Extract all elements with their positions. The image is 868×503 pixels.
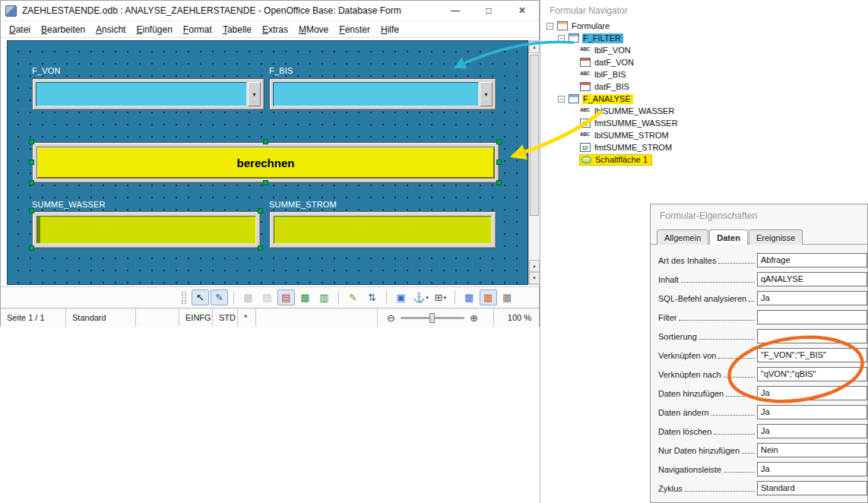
menu-item-hilfe[interactable]: Hilfe <box>375 23 404 36</box>
field-summe-wasser-frame[interactable] <box>32 211 261 248</box>
toolbar-drag-handle[interactable] <box>182 292 186 304</box>
menu-item-datei[interactable]: Datei <box>4 23 36 36</box>
prop-field-filter[interactable] <box>757 310 867 324</box>
field-label-f-bis[interactable]: F_BIS <box>269 66 293 75</box>
tab-daten[interactable]: Daten <box>709 229 748 245</box>
menu-item-bearbeiten[interactable]: Bearbeiten <box>36 23 90 36</box>
prop-field-sql-befehl-analysieren[interactable]: Ja <box>757 291 867 305</box>
berechnen-button-frame[interactable]: berechnen <box>32 142 499 183</box>
selection-handle[interactable] <box>258 245 263 251</box>
snap-grid-icon[interactable]: ▦ <box>480 289 497 305</box>
design-mode-icon[interactable]: ✎ <box>211 289 228 305</box>
tree-item-fmtsumme-wasser[interactable]: fmtSUMME_WASSER <box>540 117 868 129</box>
scrollbar-track[interactable] <box>529 53 540 260</box>
prop-field-daten-ndern[interactable]: Ja <box>757 405 867 419</box>
scroll-up-icon[interactable] <box>529 260 540 272</box>
selection-handle[interactable] <box>29 180 34 185</box>
tab-order-icon[interactable]: ✎ <box>344 289 362 305</box>
expand-toggle-icon[interactable] <box>558 96 565 103</box>
form-properties-icon[interactable]: ▤ <box>277 289 295 305</box>
field-label-summe-wasser[interactable]: SUMME_WASSER <box>32 200 106 209</box>
prop-field-navigationsleiste[interactable]: Ja <box>757 462 867 476</box>
selection-handle[interactable] <box>29 160 34 165</box>
tree-item-formulare[interactable]: Formulare <box>540 20 868 32</box>
zoom-out-icon[interactable] <box>387 313 395 323</box>
field-summe-wasser[interactable] <box>36 216 256 244</box>
tab-ereignisse[interactable]: Ereignisse <box>749 229 803 245</box>
tree-item-lblsumme-strom[interactable]: lblSUMME_STROM <box>540 129 868 141</box>
selection-handle[interactable] <box>263 180 268 185</box>
prop-field-daten-hinzuf-gen[interactable]: Ja <box>757 386 867 400</box>
tree-item-schaltfl-che-1[interactable]: Schaltfläche 1 <box>540 153 868 166</box>
menu-item-fenster[interactable]: Fenster <box>334 23 375 36</box>
activation-order-icon[interactable]: ⇅ <box>363 289 381 305</box>
combo-f-von[interactable] <box>32 78 265 110</box>
prop-field-zyklus[interactable]: Standard <box>757 481 867 495</box>
berechnen-button[interactable]: berechnen <box>37 147 494 178</box>
selection-handle[interactable] <box>496 139 502 144</box>
scroll-down-icon[interactable] <box>529 272 540 284</box>
select-icon[interactable]: ↖ <box>192 289 209 305</box>
form-design-area[interactable]: F_VON F_BIS berechnen S <box>7 40 528 285</box>
control-properties-icon[interactable]: ▦ <box>296 289 314 305</box>
anchor-icon[interactable]: ⚓ <box>411 289 430 305</box>
tab-allgemein[interactable]: Allgemein <box>657 229 708 245</box>
selection-handle[interactable] <box>29 245 34 251</box>
zoom-percentage[interactable]: 100 % <box>493 308 539 327</box>
scroll-up-icon[interactable] <box>529 41 540 53</box>
expand-toggle-icon[interactable] <box>546 23 553 30</box>
combo-f-von-value[interactable] <box>36 82 247 106</box>
field-label-summe-strom[interactable]: SUMME_STROM <box>269 200 337 209</box>
prop-field-verkn-pfen-von[interactable]: "F_VON";"F_BIS" <box>757 348 867 362</box>
combo-f-bis-value[interactable] <box>273 82 479 106</box>
tree-item-f-filter[interactable]: F_FILTER <box>540 32 868 44</box>
prop-field-daten-l-schen[interactable]: Ja <box>757 424 867 438</box>
zoom-slider[interactable] <box>401 317 464 319</box>
prop-field-nur-daten-hinzuf-gen[interactable]: Nein <box>757 443 867 457</box>
tree-item-lblf-von[interactable]: lblF_VON <box>540 44 868 56</box>
menu-item-tabelle[interactable]: Tabelle <box>217 23 257 36</box>
selection-handle[interactable] <box>29 139 34 144</box>
title-bar[interactable]: ZAEHLESTAENDE.odb : ANALYSE_ZAEHLERSTAEN… <box>1 1 539 21</box>
combo-f-bis[interactable] <box>269 78 496 110</box>
tree-item-lblsumme-wasser[interactable]: lblSUMME_WASSER <box>540 105 868 117</box>
chevron-down-icon[interactable] <box>443 295 446 301</box>
field-summe-strom[interactable] <box>274 216 492 244</box>
dropdown-arrow-icon[interactable] <box>480 82 493 106</box>
scrollbar-thumb[interactable] <box>530 55 539 216</box>
tree-item-f-analyse[interactable]: F_ANALYSE <box>540 93 868 105</box>
guides-icon[interactable]: ▦ <box>499 289 516 305</box>
expand-toggle-icon[interactable] <box>558 35 565 42</box>
tree-item-datf-von[interactable]: datF_VON <box>540 56 868 68</box>
selection-handle[interactable] <box>258 208 263 214</box>
selection-handle[interactable] <box>263 139 268 144</box>
close-button[interactable]: × <box>505 1 539 21</box>
field-label-f-von[interactable]: F_VON <box>32 66 61 75</box>
data-source-icon[interactable]: ▥ <box>315 289 333 305</box>
prop-field-art-des-inhaltes[interactable]: Abfrage <box>757 253 867 267</box>
prop-field-sortierung[interactable] <box>757 329 867 343</box>
bring-to-front-icon[interactable]: ▣ <box>392 289 410 305</box>
align-icon[interactable]: ⊞ <box>432 289 449 305</box>
selection-handle[interactable] <box>29 208 34 214</box>
prop-field-inhalt[interactable]: qANALYSE <box>757 272 867 286</box>
maximize-button[interactable]: □ <box>472 1 505 21</box>
tree-item-datf-bis[interactable]: datF_BIS <box>540 81 868 93</box>
menu-item-einf-gen[interactable]: Einfügen <box>131 23 177 36</box>
prop-field-verkn-pfen-nach[interactable]: "qVON";"qBIS" <box>757 367 867 381</box>
selection-handle[interactable] <box>496 160 502 165</box>
menu-item-ansicht[interactable]: Ansicht <box>90 23 131 36</box>
grid-icon[interactable]: ▦ <box>461 289 478 305</box>
vertical-scrollbar[interactable] <box>528 40 540 285</box>
tree-item-fmtsumme-strom[interactable]: fmtSUMME_STROM <box>540 141 868 153</box>
menu-item-format[interactable]: Format <box>178 23 217 36</box>
field-summe-strom-frame[interactable] <box>269 211 496 248</box>
selection-handle[interactable] <box>496 180 502 185</box>
zoom-in-icon[interactable] <box>470 313 478 323</box>
zoom-slider-thumb[interactable] <box>429 313 435 323</box>
tree-item-lblf-bis[interactable]: lblF_BIS <box>540 68 868 81</box>
menu-item-mmove[interactable]: MMove <box>293 23 334 36</box>
chevron-down-icon[interactable] <box>426 295 429 301</box>
dropdown-arrow-icon[interactable] <box>248 82 261 106</box>
menu-item-extras[interactable]: Extras <box>257 23 293 36</box>
